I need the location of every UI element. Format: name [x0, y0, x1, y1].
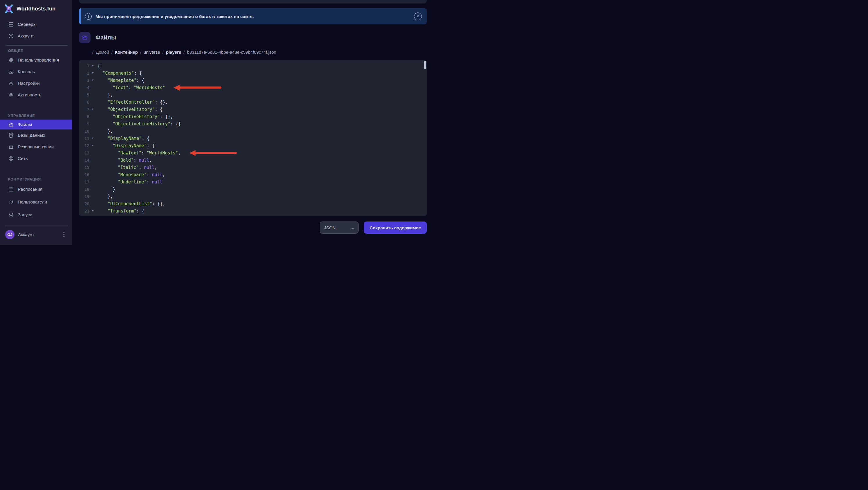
breadcrumb-separator: /	[184, 50, 185, 55]
main-content: i Мы принимаем предложения и уведомления…	[72, 0, 434, 245]
editor-line[interactable]: 18}	[79, 185, 427, 193]
breadcrumb-segment[interactable]: players	[166, 50, 181, 55]
editor-line[interactable]: 10},	[79, 127, 427, 135]
calendar-icon	[8, 186, 14, 192]
sidebar-item-startup[interactable]: Запуск	[0, 208, 72, 221]
editor-line[interactable]: 16"Monospace": null,	[79, 171, 427, 178]
startup-icon	[8, 212, 14, 218]
code-text: "Transform": {	[96, 208, 144, 214]
editor-line[interactable]: 12▼"DisplayName": {	[79, 142, 427, 149]
editor-line[interactable]: 5},	[79, 91, 427, 98]
breadcrumb-segment: b3311d7a-6d81-4bbe-a48e-c59b4f09c74f.jso…	[187, 50, 276, 55]
breadcrumb-segment[interactable]: Домой	[96, 50, 109, 55]
editor-line[interactable]: 3▼"Nameplate": {	[79, 77, 427, 84]
line-number: 5	[79, 93, 89, 97]
line-number: 3	[79, 78, 89, 83]
line-number: 13	[79, 151, 89, 155]
info-icon: i	[85, 13, 92, 20]
code-text: "Nameplate": {	[96, 78, 144, 83]
breadcrumb-separator: /	[92, 50, 93, 55]
sidebar-item-folder[interactable]: Файлы	[0, 120, 72, 129]
breadcrumb-segment[interactable]: universe	[144, 50, 160, 55]
sidebar-section: Панель управленияКонсольНастройкиАктивно…	[0, 54, 72, 101]
sidebar-item-user[interactable]: Аккаунт	[0, 30, 72, 42]
backup-icon	[8, 144, 14, 150]
account-row[interactable]: OJ Аккаунт	[0, 228, 72, 241]
sidebar-item-globe[interactable]: Сеть	[0, 153, 72, 164]
sidebar-item-eye[interactable]: Активность	[0, 89, 72, 101]
editor-line[interactable]: 6"EffectController": {},	[79, 98, 427, 106]
sidebar-item-backup[interactable]: Резервные копии	[0, 141, 72, 153]
breadcrumb-segment[interactable]: Контейнер	[115, 50, 138, 55]
close-icon[interactable]: ✕	[414, 12, 422, 20]
editor-line[interactable]: 21▼"Transform": {	[79, 207, 427, 214]
scrolled-card-edge	[79, 0, 427, 3]
line-number: 2	[79, 71, 89, 76]
editor-scrollbar-thumb[interactable]	[424, 61, 426, 69]
code-text: }	[96, 186, 116, 192]
fold-toggle-icon[interactable]: ▼	[89, 207, 96, 214]
avatar: OJ	[5, 230, 14, 239]
fold-toggle-icon[interactable]: ▼	[89, 142, 96, 149]
sidebar-item-dashboard[interactable]: Панель управления	[0, 54, 72, 66]
sidebar-section: ФайлыБазы данныхРезервные копииСеть	[0, 120, 72, 164]
line-number: 10	[79, 129, 89, 134]
brand-name: Worldhosts.fun	[17, 6, 55, 12]
line-number: 12	[79, 143, 89, 148]
code-text: "ObjectiveHistory": {	[96, 107, 163, 112]
editor-line[interactable]: 14"Bold": null,	[79, 156, 427, 164]
line-number: 8	[79, 114, 89, 119]
sidebar-item-label: Запуск	[18, 212, 32, 218]
sidebar-item-gear[interactable]: Настройки	[0, 78, 72, 89]
sidebar-item-users[interactable]: Пользователи	[0, 196, 72, 208]
account-menu-button[interactable]	[61, 230, 67, 239]
editor-line[interactable]: 17"Underline": null	[79, 178, 427, 185]
editor-line[interactable]: 7▼"ObjectiveHistory": {	[79, 106, 427, 113]
sidebar-section: РасписанияПользователиЗапуск	[0, 183, 72, 221]
sidebar-item-label: Активность	[18, 92, 41, 97]
users-icon	[8, 199, 14, 205]
code-editor[interactable]: 1▼{2▼"Components": {3▼"Nameplate": {4"Te…	[79, 60, 427, 216]
servers-icon	[8, 22, 14, 27]
user-icon	[8, 33, 14, 39]
editor-line[interactable]: 19},	[79, 193, 427, 200]
sidebar-item-calendar[interactable]: Расписания	[0, 183, 72, 196]
line-number: 16	[79, 172, 89, 177]
logo-row[interactable]: Worldhosts.fun	[0, 0, 72, 15]
sidebar-item-label: Консоль	[18, 69, 35, 74]
editor-line[interactable]: 2▼"Components": {	[79, 69, 427, 77]
editor-line[interactable]: 13"RawText": "WorldHosts",	[79, 149, 427, 156]
editor-line[interactable]: 15"Italic": null,	[79, 164, 427, 171]
editor-line[interactable]: 4"Text": "WorldHosts"	[79, 84, 427, 91]
divider	[5, 45, 68, 46]
sidebar-item-terminal[interactable]: Консоль	[0, 66, 72, 78]
account-label: Аккаунт	[18, 232, 58, 237]
save-content-button[interactable]: Сохранить содержимое	[364, 222, 427, 234]
code-text: "Underline": null	[96, 179, 162, 184]
code-text: "ObjectiveHistory": {},	[96, 114, 173, 119]
divider	[5, 226, 68, 226]
app-root: Worldhosts.fun СерверыАккаунтОБЩЕЕПанель…	[0, 0, 434, 245]
format-select-value: JSON	[324, 225, 336, 230]
sidebar-item-label: Аккаунт	[18, 33, 34, 38]
sidebar-item-label: Панель управления	[18, 57, 59, 63]
editor-line[interactable]: 11▼"DisplayName": {	[79, 135, 427, 142]
format-select[interactable]: JSON ⌄	[320, 222, 359, 234]
fold-toggle-icon[interactable]: ▼	[89, 135, 96, 142]
sidebar-item-database[interactable]: Базы данных	[0, 129, 72, 141]
fold-toggle-icon[interactable]: ▼	[89, 69, 96, 77]
line-number: 14	[79, 158, 89, 163]
editor-line[interactable]: 9"ObjectiveLineHistory": {}	[79, 120, 427, 127]
code-text: "ObjectiveLineHistory": {}	[96, 121, 181, 126]
sidebar-item-label: Файлы	[18, 122, 32, 127]
fold-toggle-icon[interactable]: ▼	[89, 62, 96, 69]
editor-actions: JSON ⌄ Сохранить содержимое	[79, 222, 427, 234]
line-number: 19	[79, 194, 89, 199]
editor-line[interactable]: 1▼{	[79, 62, 427, 69]
gear-icon	[8, 80, 14, 86]
fold-toggle-icon[interactable]: ▼	[89, 106, 96, 113]
fold-toggle-icon[interactable]: ▼	[89, 77, 96, 84]
editor-line[interactable]: 20"UIComponentList": {},	[79, 200, 427, 207]
editor-line[interactable]: 8"ObjectiveHistory": {},	[79, 113, 427, 120]
sidebar-item-servers[interactable]: Серверы	[0, 19, 72, 30]
